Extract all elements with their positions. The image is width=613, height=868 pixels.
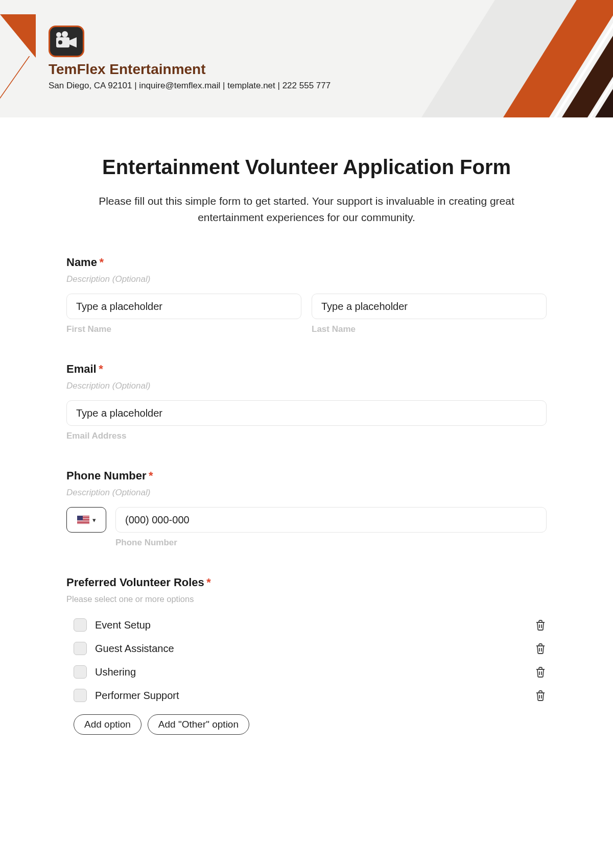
country-code-selector[interactable]: ▾: [66, 507, 106, 533]
camera-logo-icon: [49, 26, 84, 57]
name-description[interactable]: Description (Optional): [66, 274, 547, 284]
field-roles: Preferred Volunteer Roles * Please selec…: [66, 576, 547, 735]
form-intro: Please fill out this simple form to get …: [66, 193, 547, 225]
roles-help: Please select one or more options: [66, 594, 547, 604]
trash-icon[interactable]: [534, 689, 547, 702]
company-name: TemFlex Entertainment: [49, 61, 613, 78]
us-flag-icon: [77, 516, 89, 524]
form-title: Entertainment Volunteer Application Form: [66, 156, 547, 179]
option-label[interactable]: Event Setup: [95, 619, 151, 631]
checkbox[interactable]: [74, 689, 87, 702]
trash-icon[interactable]: [534, 666, 547, 678]
svg-point-3: [62, 31, 68, 37]
chevron-down-icon: ▾: [92, 516, 96, 524]
email-input[interactable]: [66, 400, 547, 426]
field-phone: Phone Number * Description (Optional) ▾ …: [66, 469, 547, 548]
letterhead-header: TemFlex Entertainment San Diego, CA 9210…: [0, 0, 613, 117]
option-row: Event Setup: [74, 613, 547, 637]
email-sublabel: Email Address: [66, 431, 547, 441]
phone-sublabel: Phone Number: [115, 538, 547, 548]
add-other-option-button[interactable]: Add "Other" option: [148, 714, 249, 735]
roles-options: Event Setup Guest Assistance Ushering: [74, 613, 547, 707]
checkbox[interactable]: [74, 665, 87, 679]
last-name-input[interactable]: [312, 294, 547, 319]
phone-description[interactable]: Description (Optional): [66, 488, 547, 498]
svg-marker-1: [69, 37, 77, 47]
trash-icon[interactable]: [534, 619, 547, 631]
phone-label: Phone Number: [66, 469, 146, 482]
last-name-sublabel: Last Name: [312, 324, 547, 334]
svg-point-4: [58, 40, 62, 44]
option-label[interactable]: Ushering: [95, 666, 136, 678]
checkbox[interactable]: [74, 618, 87, 632]
decor-triangle: [0, 14, 36, 58]
checkbox[interactable]: [74, 642, 87, 655]
required-asterisk: *: [149, 469, 153, 482]
email-description[interactable]: Description (Optional): [66, 381, 547, 391]
option-row: Ushering: [74, 660, 547, 684]
option-label[interactable]: Guest Assistance: [95, 643, 174, 655]
name-label: Name: [66, 256, 97, 269]
option-row: Performer Support: [74, 684, 547, 707]
field-email: Email * Description (Optional) Email Add…: [66, 363, 547, 441]
required-asterisk: *: [99, 256, 104, 269]
option-row: Guest Assistance: [74, 637, 547, 660]
company-contact: San Diego, CA 92101 | inquire@temflex.ma…: [49, 81, 613, 91]
email-label: Email: [66, 363, 97, 375]
roles-label: Preferred Volunteer Roles: [66, 576, 204, 589]
form-body: Entertainment Volunteer Application Form…: [0, 117, 613, 783]
first-name-input[interactable]: [66, 294, 301, 319]
logo-block: TemFlex Entertainment San Diego, CA 9210…: [49, 26, 613, 91]
required-asterisk: *: [206, 576, 211, 589]
svg-rect-0: [56, 37, 69, 47]
svg-point-2: [56, 32, 61, 37]
add-option-button[interactable]: Add option: [74, 714, 142, 735]
phone-input[interactable]: [115, 507, 547, 533]
trash-icon[interactable]: [534, 642, 547, 655]
first-name-sublabel: First Name: [66, 324, 301, 334]
required-asterisk: *: [99, 363, 103, 375]
option-label[interactable]: Performer Support: [95, 690, 179, 702]
field-name: Name * Description (Optional) First Name…: [66, 256, 547, 334]
